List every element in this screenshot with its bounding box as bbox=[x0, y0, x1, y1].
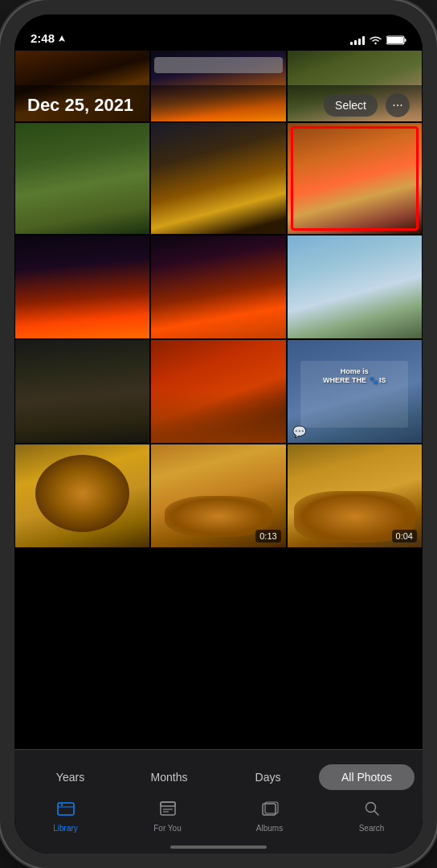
albums-label: Albums bbox=[256, 824, 283, 833]
header-date: Dec 25, 2021 bbox=[27, 95, 324, 116]
blanket-text-area: Home isWHERE THE 🐾 IS bbox=[300, 361, 408, 428]
grid-row-2 bbox=[14, 235, 423, 339]
search-icon-svg bbox=[363, 800, 381, 817]
photo-cell-12[interactable]: Home isWHERE THE 🐾 IS 💬 bbox=[287, 339, 423, 444]
photo-cell-7[interactable] bbox=[14, 235, 150, 339]
photo-image-7 bbox=[15, 235, 149, 338]
photo-image-13 bbox=[15, 444, 149, 547]
svg-rect-7 bbox=[161, 802, 175, 815]
photo-image-4 bbox=[15, 123, 149, 234]
grid-row-3: Home isWHERE THE 🐾 IS 💬 bbox=[14, 339, 423, 444]
video-duration-14: 0:13 bbox=[255, 530, 280, 542]
phone-frame: 2:48 bbox=[0, 0, 437, 868]
bottom-nav: Library For You bbox=[14, 793, 423, 854]
photo-cell-11[interactable] bbox=[150, 339, 286, 444]
search-icon bbox=[363, 800, 381, 822]
photo-cell-9[interactable] bbox=[287, 235, 423, 339]
for-you-icon bbox=[159, 800, 177, 822]
photo-cell-5[interactable] bbox=[150, 122, 286, 235]
grid-row-1 bbox=[14, 122, 423, 235]
photos-header: Dec 25, 2021 Select ··· bbox=[14, 85, 423, 125]
svg-rect-5 bbox=[58, 803, 74, 815]
photo-cell-14[interactable]: 0:13 bbox=[150, 444, 286, 548]
photo-image-6 bbox=[288, 123, 422, 234]
svg-rect-3 bbox=[387, 37, 403, 43]
photo-cell-6-highlighted[interactable] bbox=[287, 122, 423, 235]
signal-icon bbox=[350, 35, 365, 45]
svg-marker-0 bbox=[59, 35, 65, 42]
phone-screen: 2:48 bbox=[14, 14, 423, 854]
tab-bar: Years Months Days All Photos bbox=[14, 749, 423, 854]
home-indicator bbox=[170, 845, 267, 849]
photo-image-10 bbox=[15, 340, 149, 443]
years-filter-button[interactable]: Years bbox=[22, 764, 118, 790]
status-icons bbox=[350, 35, 406, 45]
location-icon bbox=[58, 35, 66, 43]
months-filter-button[interactable]: Months bbox=[121, 764, 217, 790]
blanket-text: Home isWHERE THE 🐾 IS bbox=[300, 361, 408, 392]
photo-overlay-11 bbox=[151, 391, 285, 443]
albums-icon bbox=[261, 800, 279, 822]
time-filter-row: Years Months Days All Photos bbox=[14, 761, 423, 793]
photo-image-8 bbox=[151, 235, 285, 338]
nav-for-you[interactable]: For You bbox=[116, 800, 218, 833]
nav-library[interactable]: Library bbox=[14, 800, 116, 833]
days-filter-button[interactable]: Days bbox=[220, 764, 316, 790]
photo-image-5 bbox=[151, 123, 285, 234]
photos-container: Dec 25, 2021 Select ··· bbox=[14, 14, 423, 854]
photo-cell-10[interactable] bbox=[14, 339, 150, 444]
svg-rect-8 bbox=[161, 802, 175, 806]
search-label: Search bbox=[359, 824, 385, 833]
speech-bubble-icon: 💬 bbox=[292, 425, 306, 438]
svg-rect-4 bbox=[405, 39, 406, 42]
more-button[interactable]: ··· bbox=[386, 93, 410, 117]
photo-image-11 bbox=[151, 340, 285, 443]
for-you-icon-svg bbox=[159, 800, 177, 817]
library-icon bbox=[56, 800, 76, 822]
time-display: 2:48 bbox=[31, 31, 55, 45]
select-button[interactable]: Select bbox=[324, 94, 378, 117]
for-you-label: For You bbox=[153, 824, 181, 833]
photo-image-9 bbox=[288, 235, 422, 338]
library-icon-svg bbox=[56, 800, 76, 817]
wifi-icon bbox=[370, 35, 382, 45]
photo-image-12: Home isWHERE THE 🐾 IS bbox=[288, 340, 422, 443]
svg-point-6 bbox=[60, 804, 62, 805]
library-label: Library bbox=[53, 824, 78, 833]
svg-point-1 bbox=[374, 43, 376, 44]
photo-cell-4[interactable] bbox=[14, 122, 150, 235]
albums-icon-svg bbox=[261, 800, 279, 817]
svg-line-14 bbox=[374, 811, 378, 815]
video-duration-15: 0:04 bbox=[392, 530, 417, 542]
photo-cell-8[interactable] bbox=[150, 235, 286, 339]
dog-face-1 bbox=[35, 455, 129, 532]
nav-albums[interactable]: Albums bbox=[218, 800, 321, 833]
notch bbox=[166, 14, 271, 37]
all-photos-filter-button[interactable]: All Photos bbox=[319, 764, 415, 790]
header-actions: Select ··· bbox=[324, 93, 410, 117]
battery-icon bbox=[386, 35, 406, 45]
face-blur-1 bbox=[154, 57, 282, 73]
photo-grid: Dec 25, 2021 Select ··· bbox=[14, 50, 423, 749]
nav-search[interactable]: Search bbox=[321, 800, 423, 833]
photo-cell-15[interactable]: 0:04 bbox=[287, 444, 423, 548]
photo-cell-13[interactable] bbox=[14, 444, 150, 548]
grid-row-4: 0:13 0:04 bbox=[14, 444, 423, 548]
